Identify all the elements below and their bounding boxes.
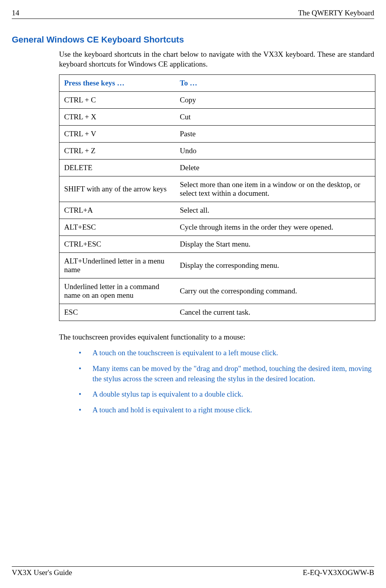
table-row: ALT+ESCCycle through items in the order … [59,219,375,236]
table-cell-action: Display the corresponding menu. [175,253,375,278]
table-row: Underlined letter in a command name on a… [59,278,375,304]
table-row: ALT+Underlined letter in a menu nameDisp… [59,253,375,278]
table-row: DELETEDelete [59,160,375,176]
table-cell-action: Paste [175,126,375,143]
table-row: CTRL + CCopy [59,92,375,109]
list-item: A touch on the touchscreen is equivalent… [79,348,374,358]
table-row: CTRL + ZUndo [59,143,375,160]
table-header-action: To … [175,75,375,92]
table-cell-keys: CTRL + V [59,126,175,143]
table-cell-action: Select all. [175,202,375,219]
table-cell-keys: ESC [59,304,175,321]
table-cell-action: Cycle through items in the order they we… [175,219,375,236]
table-cell-action: Undo [175,143,375,160]
list-item: Many items can be moved by the "drag and… [79,364,374,384]
table-cell-keys: CTRL + Z [59,143,175,160]
table-row: CTRL + VPaste [59,126,375,143]
footer-docid: E-EQ-VX3XOGWW-B [303,568,374,577]
table-cell-action: Cut [175,109,375,126]
page-number: 14 [12,9,19,17]
table-cell-keys: ALT+Underlined letter in a menu name [59,253,175,278]
table-cell-keys: CTRL+ESC [59,236,175,253]
header-divider [12,19,374,19]
table-cell-action: Select more than one item in a window or… [175,176,375,202]
intro-paragraph: Use the keyboard shortcuts in the chart … [59,50,374,69]
table-cell-keys: Underlined letter in a command name on a… [59,278,175,304]
touchscreen-list: A touch on the touchscreen is equivalent… [79,348,374,415]
table-cell-action: Display the Start menu. [175,236,375,253]
table-cell-action: Delete [175,160,375,176]
table-cell-keys: SHIFT with any of the arrow keys [59,176,175,202]
table-row: ESCCancel the current task. [59,304,375,321]
table-header-keys: Press these keys … [59,75,175,92]
table-cell-keys: DELETE [59,160,175,176]
table-cell-keys: CTRL + X [59,109,175,126]
footer-divider [12,566,374,567]
list-item: A double stylus tap is equivalent to a d… [79,389,374,399]
table-cell-action: Copy [175,92,375,109]
table-cell-keys: ALT+ESC [59,219,175,236]
section-heading: General Windows CE Keyboard Shortcuts [12,35,374,45]
list-item: A touch and hold is equivalent to a righ… [79,405,374,415]
table-cell-action: Carry out the corresponding command. [175,278,375,304]
shortcut-table: Press these keys … To … CTRL + CCopyCTRL… [59,74,375,321]
page-footer: VX3X User's Guide E-EQ-VX3XOGWW-B [12,566,374,577]
chapter-title: The QWERTY Keyboard [298,9,374,17]
table-row: CTRL + XCut [59,109,375,126]
table-row: SHIFT with any of the arrow keysSelect m… [59,176,375,202]
table-cell-keys: CTRL+A [59,202,175,219]
touchscreen-intro: The touchscreen provides equivalent func… [59,333,374,341]
footer-guide: VX3X User's Guide [12,568,72,577]
table-row: CTRL+ESCDisplay the Start menu. [59,236,375,253]
table-cell-action: Cancel the current task. [175,304,375,321]
table-cell-keys: CTRL + C [59,92,175,109]
table-row: CTRL+ASelect all. [59,202,375,219]
